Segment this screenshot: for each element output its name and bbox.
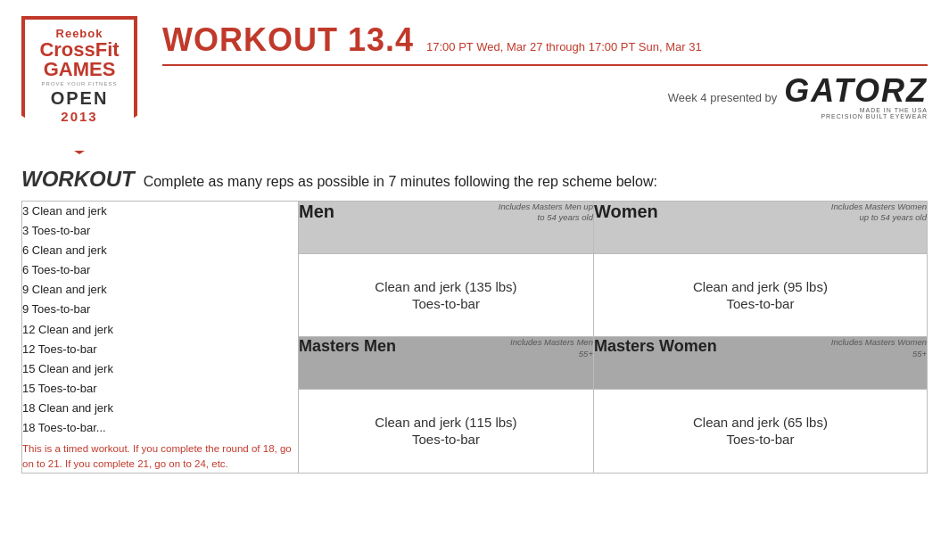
prove-label: PROVE YOUR FITNESS xyxy=(42,81,118,86)
open-label: OPEN xyxy=(51,88,109,109)
masters-men-header: Masters Men Includes Masters Men 55+ xyxy=(299,337,594,390)
logo-block: Reebok CrossFit GAMES PROVE YOUR FITNESS… xyxy=(21,16,146,154)
masters-women-exercise-cell: Clean and jerk (65 lbs) Toes-to-bar xyxy=(593,389,927,473)
workout-label: WORKOUT xyxy=(21,167,135,192)
sponsor-presented: Week 4 presented by xyxy=(668,91,778,104)
women-exercise-cell: Clean and jerk (95 lbs) Toes-to-bar xyxy=(593,253,927,337)
workout-title-line: WORKOUT 13.4 17:00 PT Wed, Mar 27 throug… xyxy=(162,21,928,66)
rep-scheme-item: 15 Toes-to-bar xyxy=(22,379,298,399)
table-header-row: 3 Clean and jerk3 Toes-to-bar6 Clean and… xyxy=(22,202,928,254)
men-header: Men Includes Masters Men up to 54 years … xyxy=(299,202,594,254)
women-exercise2: Toes-to-bar xyxy=(594,296,927,311)
workout-desc: WORKOUT Complete as many reps as possibl… xyxy=(21,167,928,192)
rep-scheme-cell: 3 Clean and jerk3 Toes-to-bar6 Clean and… xyxy=(22,202,299,474)
masters-men-note: Includes Masters Men 55+ xyxy=(495,337,593,359)
workout-title: WORKOUT 13.4 xyxy=(162,21,414,59)
header: Reebok CrossFit GAMES PROVE YOUR FITNESS… xyxy=(21,16,928,154)
women-header: Women Includes Masters Women up to 54 ye… xyxy=(593,202,927,254)
men-exercise2: Toes-to-bar xyxy=(299,296,593,311)
masters-men-title: Masters Men xyxy=(299,337,396,356)
rep-scheme-item: 18 Toes-to-bar... xyxy=(22,418,298,438)
rep-scheme-item: 9 Clean and jerk xyxy=(22,280,298,300)
masters-women-header: Masters Women Includes Masters Women 55+ xyxy=(593,337,927,390)
workout-time: 17:00 PT Wed, Mar 27 through 17:00 PT Su… xyxy=(426,40,702,54)
masters-men-exercise1: Clean and jerk (115 lbs) xyxy=(299,415,593,430)
women-title: Women xyxy=(594,202,658,222)
rep-scheme-note: This is a timed workout. If you complete… xyxy=(22,441,298,473)
rep-scheme-item: 3 Clean and jerk xyxy=(22,202,298,221)
gatorz-sub2: PRECISION BUILT EYEWEAR xyxy=(821,113,928,119)
men-exercise1: Clean and jerk (135 lbs) xyxy=(299,279,593,294)
rep-scheme-item: 9 Toes-to-bar xyxy=(22,300,298,319)
masters-women-exercise2: Toes-to-bar xyxy=(594,432,927,447)
main-table: 3 Clean and jerk3 Toes-to-bar6 Clean and… xyxy=(21,201,928,474)
gatorz-name: GATORZ xyxy=(784,75,928,107)
games-label: GAMES xyxy=(44,60,116,79)
sponsor-row: Week 4 presented by GATORZ MADE IN THE U… xyxy=(162,75,928,119)
masters-women-note: Includes Masters Women 55+ xyxy=(829,337,927,359)
rep-scheme-list: 3 Clean and jerk3 Toes-to-bar6 Clean and… xyxy=(22,202,298,438)
men-exercise-cell: Clean and jerk (135 lbs) Toes-to-bar xyxy=(299,253,594,337)
gatorz-sub1: MADE IN THE USA xyxy=(860,107,928,113)
rep-scheme-item: 12 Toes-to-bar xyxy=(22,340,298,359)
masters-men-exercise-cell: Clean and jerk (115 lbs) Toes-to-bar xyxy=(299,389,594,473)
gatorz-logo: GATORZ MADE IN THE USA PRECISION BUILT E… xyxy=(784,75,928,119)
men-title: Men xyxy=(299,202,334,222)
rep-scheme-item: 6 Toes-to-bar xyxy=(22,260,298,280)
rep-scheme-item: 12 Clean and jerk xyxy=(22,320,298,340)
year-label: 2013 xyxy=(61,109,97,124)
men-note: Includes Masters Men up to 54 years old xyxy=(495,202,593,224)
women-exercise1: Clean and jerk (95 lbs) xyxy=(594,279,927,294)
workout-description: Complete as many reps as possible in 7 m… xyxy=(144,174,657,190)
masters-women-exercise1: Clean and jerk (65 lbs) xyxy=(594,415,927,430)
rep-scheme-item: 18 Clean and jerk xyxy=(22,399,298,418)
rep-scheme-item: 15 Clean and jerk xyxy=(22,359,298,379)
workout-title-block: WORKOUT 13.4 17:00 PT Wed, Mar 27 throug… xyxy=(162,16,928,119)
rep-scheme-item: 6 Clean and jerk xyxy=(22,241,298,260)
women-note: Includes Masters Women up to 54 years ol… xyxy=(829,202,927,224)
masters-men-exercise2: Toes-to-bar xyxy=(299,432,593,447)
crossfit-label: CrossFit xyxy=(39,40,119,60)
masters-women-title: Masters Women xyxy=(594,337,717,356)
rep-scheme-item: 3 Toes-to-bar xyxy=(22,221,298,241)
